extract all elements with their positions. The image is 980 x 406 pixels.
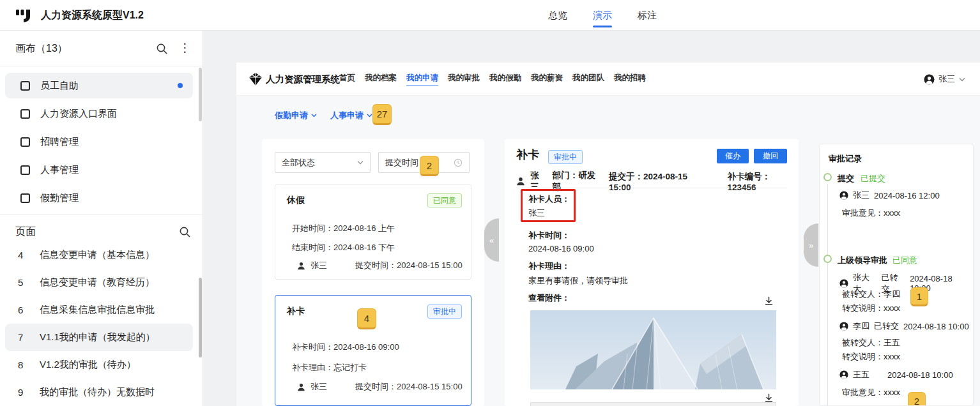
collapse-left-handle[interactable]: « [484, 218, 499, 262]
app-title: 人力资源系统原型V1.2 [41, 0, 144, 31]
page-item-9[interactable]: 9 我的审批（待办）无数据时 [5, 379, 193, 406]
tab-overview[interactable]: 总览 [548, 0, 567, 31]
search-icon[interactable] [156, 43, 168, 55]
page-label: 信息采集信息审批信息审批 [40, 304, 155, 316]
mockingbot-logo-icon[interactable] [15, 8, 33, 24]
sidebar-item-recruiting[interactable]: 招聘管理 [5, 129, 193, 154]
annotation-badge-1[interactable]: 1 [910, 287, 928, 306]
chevron-down-icon [311, 114, 317, 117]
punch-card[interactable]: 补卡 4 审批中 补卡时间：2024-08-16 09:00 补卡理由：忘记打卡… [275, 295, 471, 406]
canvas-header-label: 画布（13） [15, 31, 68, 66]
urge-button[interactable]: 催办 [717, 149, 749, 163]
page-label: 信息变更申请（教育经历） [40, 276, 155, 289]
nav-my-recruiting[interactable]: 我的招聘 [614, 73, 646, 86]
canvas-header: 画布（13） ⋮ [0, 31, 203, 66]
canvas-label: 人事管理 [40, 164, 79, 176]
canvas-frame-icon [20, 109, 30, 119]
sidebar-item-employee-self-service[interactable]: 员工自助 [5, 73, 193, 98]
preview-header: 人力资源管理系统 首页 我的档案 我的申请 我的审批 我的假勤 我的薪资 我的团… [236, 63, 980, 96]
status-tag-in-approval: 审批中 [427, 304, 462, 319]
annotation-badge-2[interactable]: 2 [420, 156, 439, 176]
status-select[interactable]: 全部状态 [275, 152, 371, 173]
nav-home[interactable]: 首页 [339, 73, 355, 86]
leave-card[interactable]: 休假 已同意 开始时间：2024-08-16 上午 结束时间：2024-08-1… [275, 184, 471, 280]
pages-header: 页面 [0, 214, 203, 248]
entry-person: 李四 [853, 320, 869, 332]
avatar-icon [839, 279, 848, 288]
card-submitted: 提交时间：2024-08-15 15:00 [355, 381, 463, 393]
page-label: 信息变更申请（基本信息） [40, 249, 155, 261]
pages-scrollbar[interactable] [199, 278, 202, 357]
annotation-badge-4[interactable]: 4 [357, 308, 376, 329]
time-field-label: 补卡时间： [528, 230, 570, 241]
card-line: 结束时间：2024-08-16 下午 [292, 242, 395, 253]
page-label: V1.1我的申请（我发起的） [40, 331, 155, 343]
card-user: 张三 [310, 260, 327, 271]
nav-my-applications[interactable]: 我的申请 [406, 73, 438, 86]
step-opinion: 审批意见：xxxx [842, 207, 900, 219]
page-item-7[interactable]: 7 V1.1我的申请（我发起的） [5, 324, 193, 351]
transfer-entry-row: 李四 已转交 2024-08-18 10:00 [839, 320, 969, 332]
user-menu[interactable]: 张三 [924, 63, 965, 96]
page-item-8[interactable]: 8 V1.2我的审批（待办） [5, 351, 193, 379]
attachment-image[interactable] [530, 310, 776, 389]
entry-line: 审批意见：xxxx [842, 387, 900, 398]
pages-search-icon[interactable] [179, 226, 191, 238]
card-submitted: 提交时间：2024-08-15 15:00 [355, 260, 463, 271]
nav-my-attendance[interactable]: 我的假勤 [489, 73, 521, 86]
clock-icon [454, 158, 463, 167]
annotation-badge-2b[interactable]: 2 [908, 392, 926, 406]
filter-attendance-dropdown[interactable]: 假勤申请 [275, 110, 317, 121]
sidebar-item-attendance[interactable]: 假勤管理 [5, 185, 193, 211]
nav-my-salary[interactable]: 我的薪资 [531, 73, 563, 86]
preview-content: 假勤申请 人事申请 27 全部状态 提交时间 2 [236, 96, 980, 406]
canvas-label: 员工自助 [40, 80, 79, 92]
tab-annotate[interactable]: 标注 [638, 0, 657, 31]
withdraw-button[interactable]: 撤回 [754, 149, 787, 163]
canvas-frame-icon [20, 193, 30, 203]
filter-personnel-dropdown[interactable]: 人事申请 [330, 110, 372, 121]
tab-demo[interactable]: 演示 [593, 0, 612, 31]
card-line: 补卡理由：忘记打卡 [292, 362, 367, 373]
pages-header-label: 页面 [15, 215, 36, 248]
download-icon[interactable] [764, 296, 774, 306]
page-number: 5 [18, 277, 40, 288]
entry-line: 转交说明：xxxx [842, 351, 900, 363]
page-item-4[interactable]: 4 信息变更申请（基本信息） [5, 248, 193, 269]
nav-my-team[interactable]: 我的团队 [572, 73, 604, 86]
kebab-menu-icon[interactable]: ⋮ [179, 40, 191, 56]
collapse-right-handle[interactable]: » [804, 223, 818, 267]
card-title: 补卡 [287, 306, 305, 317]
detail-submitted: 提交于：2024-08-15 15:00 [609, 171, 711, 192]
timeline-line [827, 184, 828, 406]
page-item-6[interactable]: 6 信息采集信息审批信息审批 [5, 296, 193, 324]
sidebar-item-personnel[interactable]: 人事管理 [5, 157, 193, 183]
person-icon [297, 262, 305, 270]
reason-field-value: 家里有事请假，请领导审批 [528, 275, 628, 287]
avatar-icon [924, 74, 935, 85]
attachment-placeholder[interactable] [530, 402, 776, 406]
step-time: 2024-08-16 12:00 [874, 191, 940, 200]
page-item-5[interactable]: 5 信息变更申请（教育经历） [5, 269, 193, 296]
app-tabs: 总览 演示 标注 [548, 0, 657, 31]
sidebar: 画布（13） ⋮ 员工自助 人力资源入口界面 招聘管理 人事管理 假勤管理 [0, 31, 203, 406]
nav-my-files[interactable]: 我的档案 [365, 73, 397, 86]
entry-action: 已转交 [874, 320, 899, 332]
avatar-icon [839, 322, 848, 331]
pages-list: 4 信息变更申请（基本信息） 5 信息变更申请（教育经历） 6 信息采集信息审批… [0, 248, 198, 406]
sidebar-item-hr-entry[interactable]: 人力资源入口界面 [5, 101, 193, 126]
entry-person: 王五 [853, 369, 869, 380]
nav-my-approvals[interactable]: 我的审批 [448, 73, 480, 86]
card-footer: 张三 提交时间：2024-08-15 15:00 [297, 260, 463, 271]
chevron-down-icon [357, 160, 364, 165]
annotation-badge-27[interactable]: 27 [372, 104, 392, 125]
status-tag-approved: 已同意 [427, 193, 462, 207]
canvas-label: 人力资源入口界面 [40, 108, 117, 120]
app-bar: 人力资源系统原型V1.2 总览 演示 标注 [0, 0, 980, 31]
entry-time: 2024-08-18 10:00 [887, 370, 953, 380]
entry-time: 2024-08-18 10:00 [903, 322, 969, 331]
download-icon[interactable] [764, 393, 774, 403]
canvas-scrollbar[interactable] [199, 68, 202, 121]
avatar-icon [839, 191, 848, 200]
step-name: 上级领导审批 [838, 255, 887, 266]
